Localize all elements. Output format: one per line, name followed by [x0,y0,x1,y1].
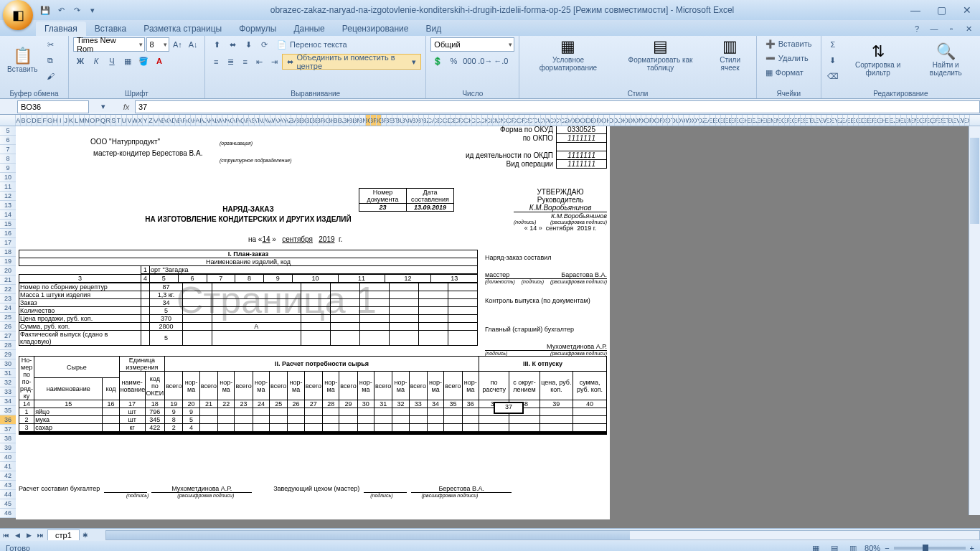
col-header[interactable]: EZ [838,115,843,126]
zoom-out-icon[interactable]: − [885,544,889,551]
col-header[interactable]: DZ [699,115,705,126]
col-header[interactable]: CG [461,115,466,126]
col-header[interactable]: EH [743,115,748,126]
col-header[interactable]: DS [663,115,668,126]
close-doc-icon[interactable]: ✕ [961,22,976,36]
row-header[interactable]: 45 [0,499,16,509]
row-header[interactable]: 27 [0,331,16,341]
col-header[interactable]: BL [350,115,355,126]
col-header[interactable]: EV [816,115,821,126]
cell-styles-button[interactable]: ▥Стили ячеек [708,37,751,73]
row-header[interactable]: 16 [0,229,16,238]
font-color-button[interactable]: A [152,54,166,68]
col-header[interactable]: ES [801,115,806,126]
qat-dropdown-icon[interactable]: ▾ [86,4,99,17]
sort-filter-button[interactable]: ⇅Сортировка и фильтр [843,37,913,83]
clear-icon[interactable]: ⌫ [826,69,840,83]
underline-button[interactable]: Ч [105,54,119,68]
col-header[interactable]: DF [594,115,599,126]
col-header[interactable]: BS [387,115,392,126]
col-header[interactable]: EF [732,115,737,126]
fill-icon[interactable]: ⬇ [826,53,840,67]
tab-home[interactable]: Главная [36,22,86,36]
row-header[interactable]: 22 [0,285,16,294]
tab-page-layout[interactable]: Разметка страницы [135,22,230,36]
bold-button[interactable]: Ж [73,54,88,68]
sheet-nav-prev[interactable]: ◀ [11,529,23,541]
row-header[interactable]: 14 [0,210,16,220]
col-header[interactable]: EW [960,115,965,126]
col-header[interactable]: X [138,115,143,126]
col-header[interactable]: S [111,115,116,126]
fill-color-button[interactable]: 🪣 [136,54,151,68]
col-header[interactable]: AW [270,115,275,126]
row-header[interactable]: 46 [0,509,16,518]
zoom-slider[interactable] [894,547,966,550]
col-header[interactable]: AC [164,115,169,126]
col-header[interactable]: ED [721,115,726,126]
col-header[interactable]: Y [143,115,148,126]
horizontal-scrollbar[interactable] [105,530,980,540]
col-header[interactable]: K [69,115,74,126]
col-header[interactable]: EN [774,115,779,126]
row-header[interactable]: 28 [0,341,16,350]
col-header[interactable]: V [127,115,132,126]
row-header[interactable]: 5 [0,126,16,136]
col-header[interactable]: EH [880,115,885,126]
formula-input[interactable]: 37 [135,100,980,113]
col-header[interactable]: EM [768,115,773,126]
row-header[interactable]: 43 [0,481,16,490]
view-normal-icon[interactable]: ▦ [809,541,823,551]
col-header[interactable]: AF [180,115,185,126]
col-header[interactable]: BH [329,115,334,126]
col-header[interactable]: EX [827,115,832,126]
col-header[interactable]: AG [186,115,191,126]
wrap-text-button[interactable]: 📄Перенос текста [273,38,352,51]
name-box[interactable]: BO36 [17,100,89,113]
col-header[interactable]: ET [806,115,811,126]
tab-view[interactable]: Вид [417,22,450,36]
col-header[interactable]: CO [504,115,509,126]
col-header[interactable]: DP [646,115,651,126]
col-header[interactable]: BD [307,115,312,126]
col-header[interactable]: AO [228,115,233,126]
col-header[interactable]: DX [689,115,694,126]
row-header[interactable]: 34 [0,397,16,406]
col-header[interactable]: BN [360,115,365,126]
col-header[interactable]: AK [207,115,212,126]
col-header[interactable]: EK [758,115,763,126]
col-header[interactable]: N [85,115,90,126]
col-header[interactable]: EJ [890,115,895,126]
col-header[interactable]: EO [917,115,922,126]
col-header[interactable]: DR [657,115,662,126]
col-header[interactable]: EQ [928,115,933,126]
col-header[interactable]: DI [610,115,615,126]
select-all-corner[interactable] [0,115,16,126]
row-header[interactable]: 8 [0,154,16,164]
col-header[interactable]: BT [392,115,397,126]
col-header[interactable]: EV [954,115,959,126]
col-header[interactable]: CF [456,115,461,126]
row-header[interactable]: 29 [0,350,16,359]
row-header[interactable]: 36 [0,415,16,425]
row-header[interactable]: 17 [0,238,16,248]
col-header[interactable]: BC [302,115,307,126]
col-header[interactable]: CQ [514,115,519,126]
row-header[interactable]: 35 [0,406,16,415]
col-header[interactable]: EP [923,115,928,126]
col-header[interactable]: CK [482,115,487,126]
font-size-combo[interactable]: 8 [146,37,169,52]
restore-window-icon[interactable]: ▫ [944,22,958,36]
col-header[interactable]: ET [943,115,948,126]
col-header[interactable]: ED [859,115,864,126]
sheet-nav-next[interactable]: ▶ [23,529,34,541]
col-header[interactable]: EG [875,115,880,126]
col-header[interactable]: DQ [652,115,657,126]
row-header[interactable]: 33 [0,387,16,397]
col-header[interactable]: AT [255,115,260,126]
col-header[interactable]: CZ [562,115,567,126]
font-name-combo[interactable]: Times New Rom [73,37,145,52]
tab-insert[interactable]: Вставка [86,22,136,36]
help-icon[interactable]: ? [910,22,924,36]
col-header[interactable]: CB [435,115,440,126]
